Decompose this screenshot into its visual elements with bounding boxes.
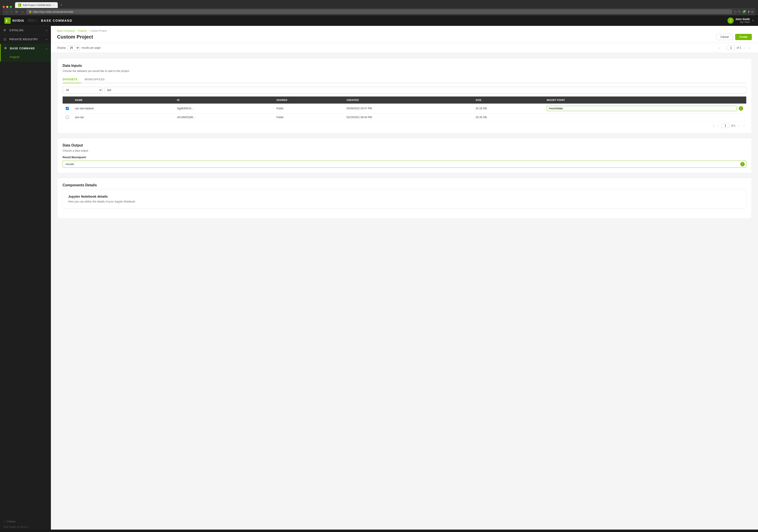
sidebar-submenu: Projects (1, 53, 51, 61)
jupyter-card: Jupyter Notebook details Here you can de… (63, 189, 746, 209)
shield-icon[interactable]: 🛡 (738, 10, 741, 14)
data-output-desc: Choose a data output. (63, 149, 746, 152)
forward-button[interactable]: › (10, 10, 13, 14)
last-page-button[interactable]: » (747, 46, 752, 50)
base-command-icon: ⚙ (4, 47, 8, 50)
tab-workspaces[interactable]: WORKSPACES (85, 76, 108, 83)
page-number-input[interactable]: 1 (727, 46, 735, 50)
filter-select-all[interactable]: All (63, 87, 102, 93)
reload-button[interactable]: ↻ (14, 10, 19, 14)
sidebar: ⊞ CATALOG ▾ ◫ PRIVATE REGISTRY ▾ (0, 26, 51, 530)
close-dot[interactable] (3, 6, 5, 8)
data-output-inner: Data Output Choose a data output. Result… (57, 138, 752, 173)
download-icon[interactable]: ⬇ (747, 10, 750, 14)
active-tab[interactable]: N Edit Project | NVIDIA NGC × (15, 2, 58, 8)
base-command-chevron: ▴ (46, 47, 47, 50)
filter-search-input[interactable] (105, 87, 746, 93)
sidebar-bottom-area: « Collapse NGC Version v2.282.0-r1 (0, 518, 51, 530)
result-mountpoint-input[interactable] (63, 161, 740, 167)
svg-text:N: N (18, 4, 20, 6)
breadcrumb-base-command[interactable]: Base Command (57, 29, 75, 32)
sidebar-collapse-button[interactable]: « Collapse (0, 518, 51, 524)
row2-checkbox-cell (63, 114, 72, 121)
browser-navigation: ‹ › ↻ ⌂ (5, 10, 25, 14)
breadcrumb-projects[interactable]: Projects (78, 29, 87, 32)
row1-size: 20.18 GB (472, 104, 544, 114)
sidebar-catalog-section: ⊞ CATALOG ▾ (0, 26, 51, 35)
th-shared: SHARED (273, 96, 343, 104)
browser-address-bar: ‹ › ↻ ⌂ 🔒 https://ngc.nvidia.com/project… (3, 8, 755, 15)
sidebar-item-base-command[interactable]: ⚙ BASE COMMAND ▴ (1, 44, 51, 53)
datasets-table: NAME ID SHARED CREATED SIZE MOUNT POINT (63, 96, 746, 121)
create-button[interactable]: Create (735, 34, 752, 40)
section-content: Data Inputs Choose the datasets you woul… (51, 53, 758, 229)
data-output-card: Data Output Choose a data output. Result… (57, 138, 752, 173)
sidebar-registry-section: ◫ PRIVATE REGISTRY ▾ (0, 35, 51, 44)
main-content: Base Command › Projects › Custom Project… (51, 26, 758, 530)
user-menu-chevron[interactable]: ▾ (752, 19, 754, 22)
nav-divider: NGC | (28, 18, 37, 22)
row2-mount-point (544, 114, 746, 121)
data-inputs-card: Data Inputs Choose the datasets you woul… (57, 58, 752, 133)
breadcrumb: Base Command › Projects › Custom Project (57, 29, 752, 32)
catalog-chevron: ▾ (46, 29, 47, 32)
user-info: John Smith org / team (736, 18, 750, 23)
collapse-label: Collapse (6, 520, 16, 523)
first-page-button[interactable]: « (717, 46, 721, 50)
inner-next-button[interactable]: › (738, 124, 741, 128)
table-header-row: NAME ID SHARED CREATED SIZE MOUNT POINT (63, 96, 746, 104)
user-org: org / team (736, 21, 750, 23)
inner-first-button[interactable]: « (711, 124, 716, 128)
sidebar-item-private-registry[interactable]: ◫ PRIVATE REGISTRY ▾ (0, 35, 51, 44)
row2-checkbox[interactable] (66, 116, 69, 119)
inner-last-button[interactable]: » (742, 124, 746, 128)
user-name: John Smith (736, 18, 750, 21)
header-actions: Cancel Create (716, 34, 752, 40)
new-tab-button[interactable]: + (58, 2, 64, 8)
address-bar[interactable]: 🔒 https://ngc.nvidia.com/projects/create (26, 9, 732, 14)
minimize-dot[interactable] (6, 6, 8, 8)
filter-row: All (63, 87, 746, 93)
url-text: https://ngc.nvidia.com/projects/create (33, 10, 73, 13)
extensions-icon[interactable]: 🧩 (742, 10, 746, 14)
components-title: Components Details (63, 183, 746, 187)
tab-datasets[interactable]: DATASETS (63, 76, 81, 83)
inner-prev-button[interactable]: ‹ (717, 124, 721, 128)
sidebar-item-projects[interactable]: Projects (1, 54, 51, 60)
maximize-dot[interactable] (10, 6, 12, 8)
next-page-button[interactable]: › (743, 46, 747, 50)
data-inputs-desc: Choose the datasets you would like to ad… (63, 69, 746, 73)
sidebar-item-catalog[interactable]: ⊞ CATALOG ▾ (0, 26, 51, 35)
display-label: Display (57, 46, 66, 49)
row1-mount-input[interactable] (547, 106, 737, 111)
page-of-label: of 1 (737, 46, 741, 49)
menu-icon[interactable]: ≡ (751, 10, 753, 14)
nav-title: BASE COMMAND (41, 19, 72, 22)
table-row: taxi-nyc vlCmfkR2QW... Public 02/23/2021… (63, 114, 746, 121)
inner-page-of: of 1 (731, 124, 736, 127)
user-avatar: J (728, 18, 734, 24)
cancel-button[interactable]: Cancel (716, 34, 733, 40)
tab-close-button[interactable]: × (53, 4, 55, 6)
row2-name: taxi-nyc (72, 114, 174, 121)
base-command-label: BASE COMMAND (10, 47, 35, 50)
page-title: Custom Project (57, 34, 93, 40)
datasets-tab-nav: DATASETS WORKSPACES (63, 76, 746, 83)
row1-checkbox[interactable] (66, 107, 69, 110)
catalog-label: CATALOG (9, 29, 24, 32)
jupyter-desc: Here you can define the details of your … (68, 200, 741, 203)
row1-name: nyc-taxi-dataset (72, 104, 174, 114)
pagination-bar-top: Display 25 50 100 results per page « ‹ 1… (51, 43, 758, 53)
components-inner: Components Details Jupyter Notebook deta… (57, 178, 752, 218)
app-container: ▐ NVIDIA NGC | BASE COMMAND J John Smith… (0, 15, 758, 530)
th-created: CREATED (343, 96, 472, 104)
home-button[interactable]: ⌂ (20, 10, 24, 14)
prev-page-button[interactable]: ‹ (722, 46, 726, 50)
display-select[interactable]: 25 50 100 (67, 45, 80, 51)
bookmark-icon[interactable]: ⬡ (734, 10, 737, 14)
inner-page-input[interactable] (721, 124, 730, 128)
sidebar-version: NGC Version v2.282.0-r1 (0, 524, 51, 530)
browser-tabs: N Edit Project | NVIDIA NGC × + (3, 2, 755, 8)
svg-text:▐: ▐ (6, 19, 7, 22)
back-button[interactable]: ‹ (5, 10, 9, 14)
